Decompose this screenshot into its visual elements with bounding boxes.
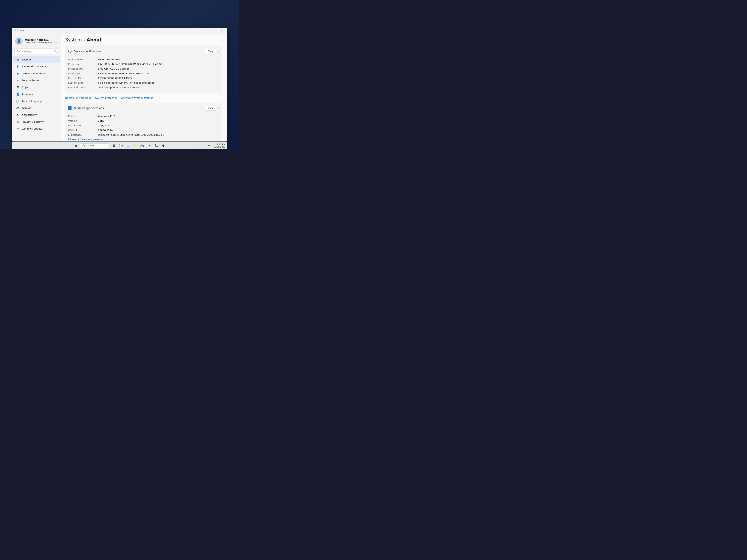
sidebar-item-accessibility[interactable]: ♿ Accessibility: [13, 111, 60, 118]
related-link-advanced[interactable]: Advanced system settings: [121, 97, 153, 99]
network-icon: ◉: [16, 72, 20, 75]
spec-row-experience: Experience Windows Feature Experience Pa…: [68, 133, 220, 137]
win-logo-sq3: [68, 108, 70, 110]
spec-label-processor: Processor: [68, 63, 98, 65]
device-specs-header[interactable]: i Device specifications Copy ∧: [65, 46, 223, 56]
taskbar-settings-icon[interactable]: ⚙: [160, 142, 166, 149]
ms-services-link[interactable]: Microsoft Services Agreement: [68, 138, 220, 141]
spec-label-pen-touch: Pen and touch: [68, 86, 98, 89]
taskbar-phone-icon[interactable]: 📞: [153, 142, 159, 149]
win-logo-sq2: [70, 106, 72, 108]
start-button[interactable]: ⊞: [73, 142, 79, 149]
sidebar-item-label-network: Network & internet: [22, 72, 45, 75]
taskbar-time: 3:21 PM: [214, 143, 225, 146]
spec-label-installed-on: Installed on: [68, 124, 98, 127]
spec-row-product-id: Product ID 00330-80000-00000-AA985: [68, 76, 220, 80]
bluetooth-icon: ⦿: [16, 64, 20, 68]
sidebar-item-label-privacy: Privacy & security: [22, 121, 44, 123]
breadcrumb-current: About: [87, 37, 102, 43]
taskbar-edge-icon[interactable]: ⬡: [125, 142, 131, 149]
spec-label-device-name: Device name: [68, 58, 98, 61]
related-link-domain[interactable]: Domain or workgroup: [65, 97, 92, 99]
related-link-protection[interactable]: System protection: [95, 97, 118, 99]
sidebar-item-apps[interactable]: ⊞ Apps: [13, 84, 60, 90]
sidebar-item-label-update: Windows Update: [22, 127, 42, 130]
taskbar-clock: 3:21 PM 10/29/2023: [214, 143, 225, 148]
minimize-button[interactable]: —: [200, 28, 208, 34]
spec-row-os-build: OS build 22000.1574: [68, 128, 220, 133]
windows-specs-header[interactable]: Windows specifications Copy ∧: [65, 103, 223, 113]
taskbar-search-label: Search: [86, 144, 94, 147]
accounts-icon: 👤: [16, 92, 20, 96]
taskbar-search-box[interactable]: 🔍 Search: [80, 143, 110, 148]
spec-label-edition: Edition: [68, 115, 98, 117]
windows-specs-body: Edition Windows 11 Pro Version 21H2 Inst…: [65, 113, 223, 141]
windows-specs-copy-button[interactable]: Copy: [205, 106, 216, 110]
spec-value-pen-touch: Touch support with 2 touch points: [98, 86, 220, 89]
device-specs-body: Device name DESKTOP-5MD7I9C Processor In…: [65, 56, 223, 93]
spec-row-installed-on: Installed on 10/8/2021: [68, 123, 220, 128]
page-header: System › About: [65, 37, 223, 43]
sidebar-item-label-accessibility: Accessibility: [22, 113, 37, 116]
privacy-icon: 🔒: [16, 120, 20, 124]
search-input[interactable]: [15, 49, 58, 54]
taskbar-search-icon: 🔍: [82, 144, 85, 147]
sidebar-item-label-gaming: Gaming: [22, 107, 31, 109]
spec-label-os-build: OS build: [68, 129, 98, 132]
device-specs-copy-button[interactable]: Copy: [205, 49, 216, 54]
breadcrumb-separator: ›: [83, 37, 85, 43]
spec-row-pen-touch: Pen and touch Touch support with 2 touch…: [68, 85, 220, 90]
spec-row-system-type: System type 64-bit operating system, x64…: [68, 80, 220, 85]
maximize-button[interactable]: ❐: [208, 28, 217, 34]
taskbar-task-view[interactable]: ☰: [111, 142, 117, 149]
spec-value-product-id: 00330-80000-00000-AA985: [98, 77, 220, 80]
sidebar-item-label-bluetooth: Bluetooth & devices: [22, 65, 46, 68]
system-icon: ⊞: [16, 58, 20, 61]
ms-links: Microsoft Services Agreement Microsoft S…: [68, 137, 220, 141]
title-bar-left: Settings: [15, 29, 24, 32]
sidebar-item-system[interactable]: ⊞ System: [13, 56, 60, 63]
windows-specs-actions: Copy ∧: [205, 106, 220, 110]
close-button[interactable]: ✕: [217, 28, 225, 34]
user-name: Максим Кацовец: [25, 38, 58, 41]
sidebar-item-network[interactable]: ◉ Network & internet: [13, 70, 60, 77]
search-box: 🔍: [15, 49, 58, 54]
device-specs-actions: Copy ∧: [205, 49, 220, 54]
spec-label-version: Version: [68, 119, 98, 122]
sidebar-item-accounts[interactable]: 👤 Accounts: [13, 91, 60, 98]
sidebar-item-privacy[interactable]: 🔒 Privacy & security: [13, 118, 60, 125]
gaming-icon: 🎮: [16, 106, 20, 110]
sidebar: 👤 Максим Кацовец maksym.katsovets@gmail.…: [12, 34, 61, 141]
sidebar-item-update[interactable]: ↻ Windows Update: [13, 125, 60, 132]
taskbar-right: ENG 3:21 PM 10/29/2023: [208, 143, 225, 148]
win-logo-sq4: [70, 108, 72, 110]
sidebar-item-gaming[interactable]: 🎮 Gaming: [13, 105, 60, 111]
windows-specs-header-left: Windows specifications: [68, 106, 104, 110]
accessibility-icon: ♿: [16, 113, 20, 117]
settings-title: Settings: [15, 29, 24, 32]
title-bar: Settings — ❐ ✕: [12, 28, 227, 34]
windows-specs-title: Windows specifications: [73, 107, 104, 110]
win-logo-sq1: [68, 106, 70, 108]
taskbar-center: ⊞ 🔍 Search ☰ 💬 ⬡ 📁 🎮 ✉ 📞 ⚙: [73, 142, 166, 149]
user-email: maksym.katsovets@gmail.com: [25, 41, 58, 44]
taskbar-date: 10/29/2023: [214, 146, 225, 148]
time-icon: 🌐: [16, 99, 20, 103]
taskbar-mail-icon[interactable]: ✉: [146, 142, 152, 149]
spec-label-system-type: System type: [68, 81, 98, 84]
sidebar-item-time[interactable]: 🌐 Time & language: [13, 98, 60, 104]
device-specs-chevron: ∧: [218, 50, 220, 53]
taskbar-explorer-icon[interactable]: 📁: [132, 142, 138, 149]
spec-label-experience: Experience: [68, 133, 98, 136]
search-icon: 🔍: [54, 50, 57, 53]
device-specs-header-left: i Device specifications: [68, 50, 101, 53]
taskbar-xbox-icon[interactable]: 🎮: [139, 142, 145, 149]
taskbar-chat-icon[interactable]: 💬: [118, 142, 124, 149]
sidebar-item-bluetooth[interactable]: ⦿ Bluetooth & devices: [13, 63, 60, 70]
spec-row-ram: Installed RAM 8.00 GB (7.85 GB usable): [68, 66, 220, 71]
user-profile: 👤 Максим Кацовец maksym.katsovets@gmail.…: [12, 35, 61, 48]
spec-value-ram: 8.00 GB (7.85 GB usable): [98, 68, 220, 70]
sidebar-item-personalization[interactable]: ✏ Personalization: [13, 77, 60, 84]
avatar-icon: 👤: [17, 39, 21, 43]
info-icon: i: [68, 50, 72, 53]
